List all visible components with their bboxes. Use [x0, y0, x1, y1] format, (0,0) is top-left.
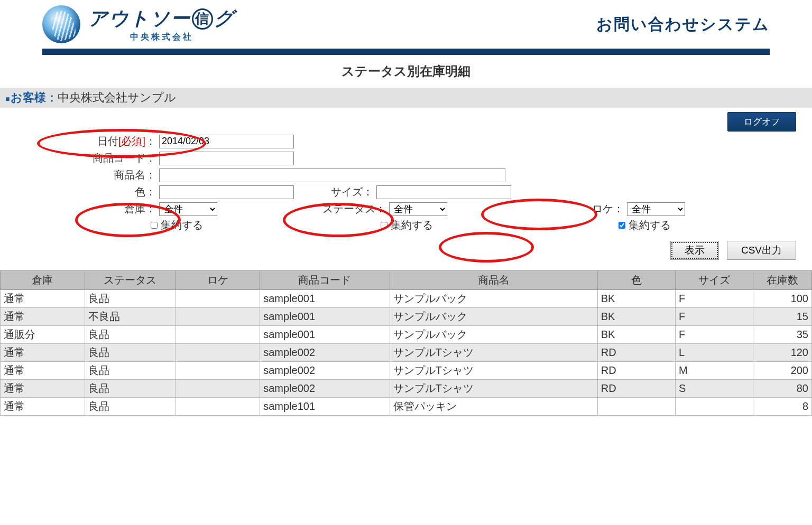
- logo-suffix: グ: [214, 6, 235, 32]
- cell-status: 良品: [85, 398, 176, 416]
- col-product-code: 商品コード: [260, 271, 390, 290]
- location-aggregate-label[interactable]: 集約する: [619, 219, 671, 231]
- cell-location: [176, 308, 260, 326]
- location-aggregate-checkbox[interactable]: [619, 222, 625, 229]
- cell-location: [176, 380, 260, 398]
- cell-qty: 15: [753, 308, 812, 326]
- cell-location: [176, 290, 260, 308]
- cell-size: S: [676, 380, 753, 398]
- cell-location: [176, 344, 260, 362]
- status-aggregate-checkbox[interactable]: [381, 222, 387, 229]
- cell-location: [176, 362, 260, 380]
- cell-size: F: [676, 290, 753, 308]
- logo-circle-char: 信: [192, 8, 213, 30]
- required-mark: [必須]: [118, 135, 145, 147]
- warehouse-aggregate-label[interactable]: 集約する: [151, 219, 203, 231]
- cell-status: 良品: [85, 362, 176, 380]
- location-label: ロケ: [534, 202, 613, 216]
- cell-location: [176, 398, 260, 416]
- cell-warehouse: 通常: [1, 362, 85, 380]
- cell-size: F: [676, 326, 753, 344]
- col-qty: 在庫数: [753, 271, 812, 290]
- logo-sub: 中央株式会社: [130, 32, 193, 43]
- date-input[interactable]: [159, 135, 294, 148]
- customer-value: 中央株式会社サンプル: [58, 90, 176, 106]
- warehouse-select[interactable]: 全件: [159, 202, 217, 216]
- csv-export-button[interactable]: CSV出力: [727, 241, 796, 260]
- date-label: 日付[必須]: [63, 134, 145, 148]
- table-row: 通常良品sample002サンプルTシャツRDS80: [1, 380, 812, 398]
- cell-code: sample001: [260, 290, 390, 308]
- col-size: サイズ: [676, 271, 753, 290]
- cell-color: BK: [597, 308, 675, 326]
- cell-color: RD: [597, 362, 675, 380]
- cell-name: 保管パッキン: [390, 398, 597, 416]
- product-code-label: 商品コード: [63, 151, 145, 165]
- warehouse-label: 倉庫: [63, 202, 145, 216]
- display-button[interactable]: 表示: [670, 241, 719, 260]
- cell-code: sample001: [260, 326, 390, 344]
- cell-code: sample002: [260, 362, 390, 380]
- col-location: ロケ: [176, 271, 260, 290]
- cell-color: RD: [597, 344, 675, 362]
- logoff-button[interactable]: ログオフ: [727, 112, 796, 132]
- col-warehouse: 倉庫: [1, 271, 85, 290]
- customer-label: お客様: [11, 90, 46, 106]
- cell-status: 不良品: [85, 308, 176, 326]
- status-select[interactable]: 全件: [389, 202, 447, 216]
- cell-name: サンプルTシャツ: [390, 344, 597, 362]
- cell-status: 良品: [85, 344, 176, 362]
- header: アウトソー 信 グ 中央株式会社 お問い合わせシステム: [0, 0, 812, 49]
- cell-name: サンプルバック: [390, 290, 597, 308]
- cell-color: [597, 398, 675, 416]
- cell-code: sample101: [260, 398, 390, 416]
- cell-warehouse: 通常: [1, 398, 85, 416]
- search-form: 日付[必須] ： 商品コード ： 商品名 ： 色 ： サイズ ： 倉庫 ： 全件: [0, 134, 812, 238]
- cell-status: 良品: [85, 326, 176, 344]
- cell-qty: 120: [753, 344, 812, 362]
- status-aggregate-label[interactable]: 集約する: [381, 219, 433, 231]
- page-title: ステータス別在庫明細: [0, 63, 812, 80]
- size-label: サイズ: [310, 185, 363, 199]
- customer-separator: ：: [46, 90, 58, 106]
- logo-area: アウトソー 信 グ 中央株式会社: [42, 5, 235, 43]
- cell-warehouse: 通常: [1, 344, 85, 362]
- cell-warehouse: 通常: [1, 308, 85, 326]
- cell-warehouse: 通販分: [1, 326, 85, 344]
- cell-code: sample002: [260, 344, 390, 362]
- product-code-input[interactable]: [159, 152, 294, 165]
- table-row: 通常良品sample002サンプルTシャツRDL120: [1, 344, 812, 362]
- cell-location: [176, 326, 260, 344]
- cell-size: F: [676, 308, 753, 326]
- cell-qty: 35: [753, 326, 812, 344]
- cell-name: サンプルバック: [390, 326, 597, 344]
- color-label: 色: [63, 185, 145, 199]
- cell-size: [676, 398, 753, 416]
- colon: ：: [145, 134, 156, 148]
- table-row: 通常良品sample001サンプルバックBKF100: [1, 290, 812, 308]
- table-row: 通販分良品sample001サンプルバックBKF35: [1, 326, 812, 344]
- cell-name: サンプルバック: [390, 308, 597, 326]
- logo-prefix: アウトソー: [88, 6, 191, 32]
- cell-qty: 100: [753, 290, 812, 308]
- cell-status: 良品: [85, 290, 176, 308]
- status-label: ステータス: [296, 202, 375, 216]
- product-name-label: 商品名: [63, 168, 145, 182]
- table-header-row: 倉庫 ステータス ロケ 商品コード 商品名 色 サイズ 在庫数: [1, 271, 812, 290]
- cell-size: M: [676, 362, 753, 380]
- cell-color: RD: [597, 380, 675, 398]
- location-select[interactable]: 全件: [627, 202, 685, 216]
- cell-color: BK: [597, 326, 675, 344]
- color-input[interactable]: [159, 185, 294, 199]
- cell-status: 良品: [85, 380, 176, 398]
- cell-warehouse: 通常: [1, 290, 85, 308]
- col-product-name: 商品名: [390, 271, 597, 290]
- table-row: 通常良品sample101保管パッキン8: [1, 398, 812, 416]
- cell-size: L: [676, 344, 753, 362]
- bullet-icon: ■: [5, 95, 10, 103]
- cell-qty: 8: [753, 398, 812, 416]
- warehouse-aggregate-checkbox[interactable]: [151, 222, 158, 229]
- size-input[interactable]: [376, 185, 511, 199]
- product-name-input[interactable]: [159, 168, 505, 182]
- navy-divider: [42, 49, 770, 55]
